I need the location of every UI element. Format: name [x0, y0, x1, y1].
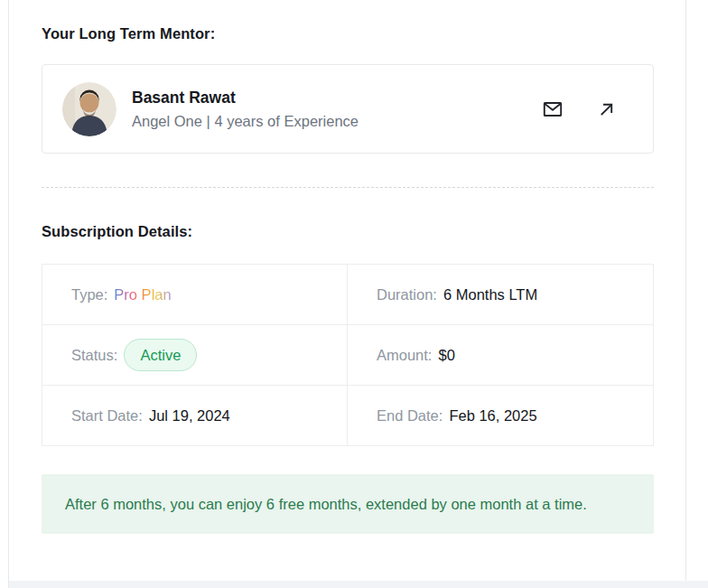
- mentor-card: Basant Rawat Angel One | 4 years of Expe…: [42, 64, 654, 154]
- duration-value: 6 Months LTM: [443, 286, 537, 303]
- bottom-strip: [9, 581, 708, 588]
- subscription-section-title: Subscription Details:: [42, 223, 654, 239]
- mentor-section-title: Your Long Term Mentor:: [42, 25, 654, 42]
- detail-cell-start-date: Start Date: Jul 19, 2024: [42, 386, 348, 445]
- mentor-actions: [542, 98, 615, 120]
- status-label: Status:: [71, 347, 117, 364]
- detail-cell-duration: Duration: 6 Months LTM: [348, 265, 653, 325]
- duration-label: Duration:: [377, 286, 437, 303]
- arrow-up-right-icon: [599, 101, 615, 117]
- section-divider: [42, 187, 654, 188]
- detail-cell-type: Type: Pro Plan: [42, 265, 348, 325]
- mentor-name: Basant Rawat: [132, 89, 359, 107]
- subscription-details-table: Type: Pro Plan Duration: 6 Months LTM St…: [42, 264, 654, 446]
- end-date-label: End Date:: [377, 407, 442, 425]
- start-date-label: Start Date:: [71, 407, 143, 425]
- subscription-panel: Your Long Term Mentor: Basant Rawat Ange…: [8, 0, 686, 588]
- amount-label: Amount:: [377, 347, 432, 364]
- status-badge: Active: [124, 339, 197, 371]
- mentor-info: Basant Rawat Angel One | 4 years of Expe…: [132, 89, 359, 130]
- start-date-value: Jul 19, 2024: [149, 407, 230, 425]
- mentor-avatar: [62, 82, 116, 136]
- detail-cell-end-date: End Date: Feb 16, 2025: [348, 386, 653, 445]
- mentor-subtitle: Angel One | 4 years of Experience: [132, 113, 359, 130]
- detail-cell-amount: Amount: $0: [348, 325, 653, 386]
- mail-icon: [542, 98, 564, 120]
- end-date-value: Feb 16, 2025: [449, 407, 536, 425]
- type-value: Pro Plan: [114, 286, 171, 303]
- email-mentor-button[interactable]: [542, 98, 564, 120]
- amount-value: $0: [438, 347, 454, 364]
- renewal-notice: After 6 months, you can enjoy 6 free mon…: [42, 474, 654, 534]
- avatar-photo: [62, 82, 116, 136]
- type-label: Type:: [71, 286, 107, 303]
- detail-cell-status: Status: Active: [42, 325, 348, 386]
- open-mentor-profile-button[interactable]: [599, 101, 615, 117]
